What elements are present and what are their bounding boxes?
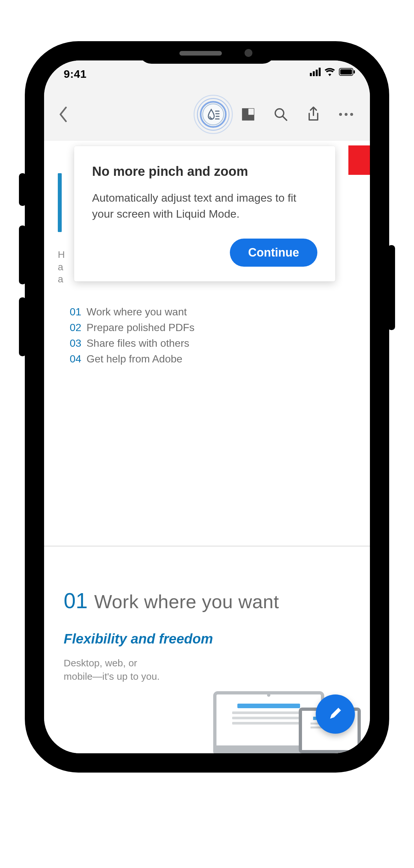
toc-label: Share files with others [87,335,189,351]
section-subtitle: Flexibility and freedom [64,631,357,647]
section-body: Desktop, web, or mobile—it's up to you. [64,656,168,683]
svg-point-16 [350,113,353,116]
front-camera [245,49,252,57]
edit-fab[interactable] [316,694,355,734]
phone-side-button [19,225,26,284]
signal-icon [310,68,321,76]
toc-item[interactable]: 02 Prepare polished PDFs [68,320,195,335]
svg-rect-1 [340,69,352,74]
svg-point-14 [339,113,342,116]
toc-label: Prepare polished PDFs [87,320,195,335]
wifi-icon [324,68,335,76]
toc-item[interactable]: 01 Work where you want [68,304,195,320]
section-title: Work where you want [94,591,279,613]
page-separator [44,546,370,547]
toc-number: 01 [68,304,81,320]
battery-icon [339,68,355,76]
svg-rect-2 [354,70,355,73]
more-button[interactable] [339,113,354,116]
svg-rect-9 [248,108,254,115]
doc-section: 01 Work where you want Flexibility and f… [64,588,357,683]
table-of-contents: 01 Work where you want 02 Prepare polish… [68,304,195,367]
doc-partial-text: H a a [58,248,65,285]
toc-number: 03 [68,335,81,351]
status-time: 9:41 [64,68,87,81]
phone-side-button [19,173,26,206]
back-button[interactable] [54,106,73,122]
popover-title: No more pinch and zoom [92,164,317,179]
svg-line-13 [283,116,287,120]
app-toolbar [44,88,370,141]
toc-item[interactable]: 04 Get help from Adobe [68,351,195,367]
phone-frame: 9:41 [26,42,388,771]
speaker-grille [180,51,222,56]
pencil-icon [327,705,344,723]
share-button[interactable] [306,106,321,123]
phone-screen: 9:41 [44,60,370,753]
svg-rect-11 [248,115,254,120]
toc-number: 04 [68,351,81,367]
phone-side-button [388,245,395,330]
svg-point-15 [345,113,347,116]
popover-body: Automatically adjust text and images to … [92,190,317,222]
toc-item[interactable]: 03 Share files with others [68,335,195,351]
pdf-badge [348,146,370,175]
liquid-mode-button[interactable] [194,95,233,134]
phone-side-button [19,298,26,356]
toc-label: Get help from Adobe [87,351,182,367]
liquid-mode-popover: No more pinch and zoom Automatically adj… [74,146,335,281]
search-button[interactable] [273,107,288,122]
continue-button[interactable]: Continue [230,239,317,267]
toc-label: Work where you want [87,304,187,320]
document-viewport[interactable]: H a a 01 Work where you want 02 Prepare … [44,141,370,753]
doc-accent-bar [58,173,62,232]
status-bar: 9:41 [44,60,370,88]
phone-notch [138,42,276,64]
section-number: 01 [64,588,88,613]
page-view-button[interactable] [241,107,255,122]
toc-number: 02 [68,320,81,335]
svg-rect-10 [242,108,248,120]
